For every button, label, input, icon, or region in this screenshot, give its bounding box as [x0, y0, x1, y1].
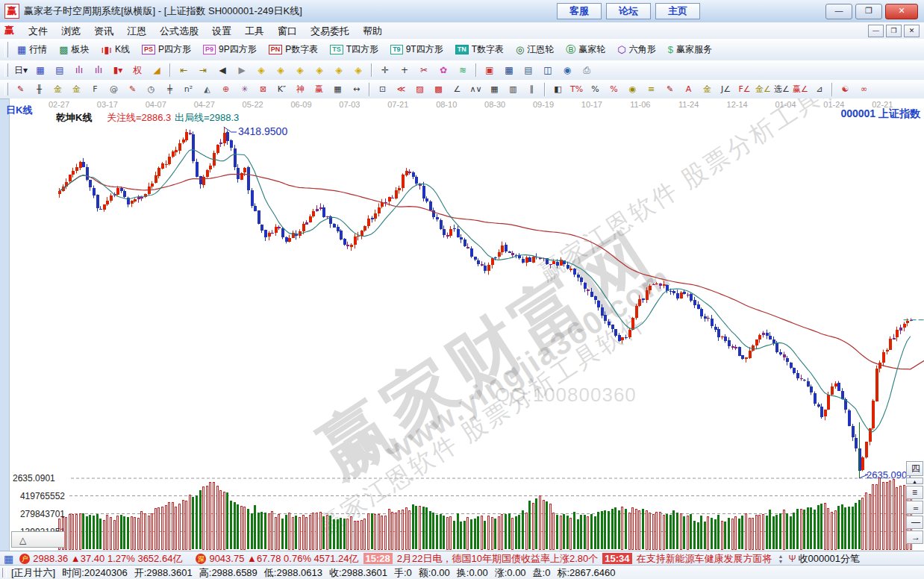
gold-bands-button[interactable]: ≡: [643, 81, 660, 97]
menu-item-browse[interactable]: 浏览: [54, 25, 87, 37]
news-ticker-item[interactable]: 2月22日电，德国10年期国债收益率上涨2.80个: [397, 552, 598, 566]
bars-9-button[interactable]: ılı: [90, 63, 107, 78]
pan-hand-button[interactable]: ✛: [376, 63, 394, 78]
k-note-button[interactable]: K″: [273, 81, 290, 97]
toolbar-9t-square-button[interactable]: T99T四方形: [386, 41, 449, 58]
minimize-button[interactable]: —: [825, 4, 852, 19]
j-angle-button[interactable]: J∠: [717, 81, 734, 97]
vert-grid-button[interactable]: ▥: [505, 81, 522, 97]
close-button[interactable]: ✕: [885, 4, 918, 19]
bar-width-1-button[interactable]: —: [906, 516, 923, 529]
win-angle-button[interactable]: 赢∠: [792, 81, 809, 97]
period-dropdown-button[interactable]: 日▾: [12, 63, 30, 78]
sz-index-price[interactable]: 9043.75: [209, 553, 244, 564]
toolbar-t-number-table-button[interactable]: TNT数字表: [451, 41, 510, 58]
menu-item-formula-stock-pick[interactable]: 公式选股: [153, 25, 205, 37]
hatch-grid-button[interactable]: ▩: [430, 81, 447, 97]
nav-last-button[interactable]: ⇥: [194, 63, 212, 78]
triangle-button[interactable]: ◭: [199, 81, 216, 97]
menu-item-window[interactable]: 窗口: [271, 25, 304, 37]
menu-item-file[interactable]: 文件: [22, 25, 54, 37]
forum-button[interactable]: 论坛: [606, 3, 651, 19]
taiji-button[interactable]: ☯: [837, 81, 854, 97]
box-cross-button[interactable]: ⊠: [255, 81, 272, 97]
toolbar-quotes-button[interactable]: ▦行情: [13, 41, 53, 58]
gold-angle-line-button[interactable]: 金∠: [755, 81, 772, 97]
info-panel-button[interactable]: ▤: [51, 63, 69, 78]
export-button[interactable]: ◉: [558, 63, 576, 78]
erase-segment-button[interactable]: ✂: [415, 63, 433, 78]
mdi-restore-button[interactable]: ❐: [886, 25, 902, 37]
kline-chart-canvas[interactable]: 02-2703-1704-0704-2705-2206-0907-0307-21…: [10, 98, 924, 551]
crosshair-button[interactable]: +: [396, 63, 413, 78]
zoom-out-button[interactable]: △: [11, 531, 65, 548]
gold-lines-button[interactable]: 金: [49, 81, 66, 97]
menu-item-help[interactable]: 帮助: [356, 25, 389, 37]
infinity-button[interactable]: ∞: [855, 81, 873, 97]
nav-next-button[interactable]: ▶: [233, 63, 251, 78]
toolbar-p-number-table-button[interactable]: PNP数字表: [264, 41, 325, 58]
toolbar-winner-wheel-button[interactable]: Ⓑ赢家轮: [561, 41, 611, 58]
f-angle-button[interactable]: F∠: [736, 81, 753, 97]
percent-button[interactable]: %: [587, 81, 604, 97]
nav-first-button[interactable]: ⇤: [175, 63, 193, 78]
square-of-nine-button[interactable]: n²: [180, 81, 197, 97]
menu-item-settings[interactable]: 设置: [205, 25, 238, 37]
box-select-button[interactable]: ⊡: [374, 81, 391, 97]
delta-button[interactable]: ⊿: [811, 81, 828, 97]
bar-width-2-button[interactable]: ＝: [906, 501, 923, 514]
print-button[interactable]: ⎙: [578, 63, 596, 78]
fib-lines-button[interactable]: F: [87, 81, 104, 97]
toolbar-gann-wheel-button[interactable]: ◎江恩轮: [511, 41, 560, 58]
homepage-button[interactable]: 主页: [655, 3, 700, 19]
parallel-button[interactable]: ∥: [523, 81, 540, 97]
draw-pen-button[interactable]: ✎: [12, 81, 29, 97]
price-grid-button[interactable]: ╪: [161, 81, 178, 97]
wave-lines-button[interactable]: ≋: [454, 63, 472, 78]
menu-item-tools[interactable]: 工具: [238, 25, 271, 37]
gold-section-button[interactable]: 金: [68, 81, 85, 97]
bar-width-4-button[interactable]: 四: [906, 461, 923, 476]
grid-box-button[interactable]: ▦: [486, 81, 503, 97]
kline-chart-area[interactable]: 赢家财富网赢家江恩软件 股票分析工具软件赢家江恩软件 股票分析工具软件www.y…: [9, 98, 924, 551]
scroll-up-button[interactable]: ▲: [906, 478, 923, 484]
mdi-minimize-button[interactable]: —: [868, 25, 884, 37]
zigzag-button[interactable]: ∧∨: [467, 81, 484, 97]
win-tool-button[interactable]: 赢: [310, 81, 328, 97]
color-chart-button[interactable]: ◢: [148, 63, 166, 78]
mark-pen-button[interactable]: ✎: [124, 81, 141, 97]
angle-button[interactable]: ∠: [449, 81, 466, 97]
go-right-button[interactable]: →: [906, 531, 923, 544]
spiral-button[interactable]: @: [105, 81, 122, 97]
toolbar-9p-square-button[interactable]: P99P四方形: [199, 41, 263, 58]
menu-item-gann[interactable]: 江恩: [120, 25, 153, 37]
shen-tool-button[interactable]: 神: [292, 81, 309, 97]
adjust-rights-button[interactable]: 权: [128, 63, 146, 78]
calendar-button[interactable]: ▣: [481, 63, 499, 78]
circle-cross-button[interactable]: ⊕: [217, 81, 234, 97]
hatch-box-button[interactable]: ▨: [411, 81, 428, 97]
bar-width-3-button[interactable]: ≡: [906, 486, 923, 499]
gold-circle-button[interactable]: ◉: [624, 81, 641, 97]
notes-button[interactable]: ▤: [519, 63, 537, 78]
maximize-button[interactable]: ❐: [855, 4, 882, 19]
toolbar-sectors-button[interactable]: ▩板块: [54, 41, 95, 58]
candle-style-button[interactable]: ▮▾: [109, 63, 127, 78]
select-angle-button[interactable]: 选∠: [773, 81, 790, 97]
gann-arrow-1-button[interactable]: ◈: [252, 63, 270, 78]
toolbar-t-square-button[interactable]: TST四方形: [325, 41, 384, 58]
mdi-close-button[interactable]: ✕: [904, 25, 920, 37]
menu-item-trade-order[interactable]: 交易委托: [304, 25, 356, 37]
sh-index-price[interactable]: 2988.36: [33, 553, 68, 564]
time-cycle-button[interactable]: ◷: [143, 81, 160, 97]
wave-pen-button[interactable]: ✎: [661, 81, 678, 97]
toolbar-winner-service-button[interactable]: $赢家服务: [664, 41, 718, 58]
span-measure-button[interactable]: ↔: [348, 81, 365, 97]
gann-arrow-3-button[interactable]: ◈: [291, 63, 309, 78]
fan-lines-button[interactable]: ≪: [393, 81, 410, 97]
fine-grid-button[interactable]: ▦: [329, 81, 346, 97]
gann-arrow-2-button[interactable]: ◈: [272, 63, 290, 78]
calculator-button[interactable]: ▦: [500, 63, 518, 78]
bars-3-button[interactable]: ılı: [70, 63, 88, 78]
toolbar-p-square-button[interactable]: PSP四方形: [137, 41, 197, 58]
